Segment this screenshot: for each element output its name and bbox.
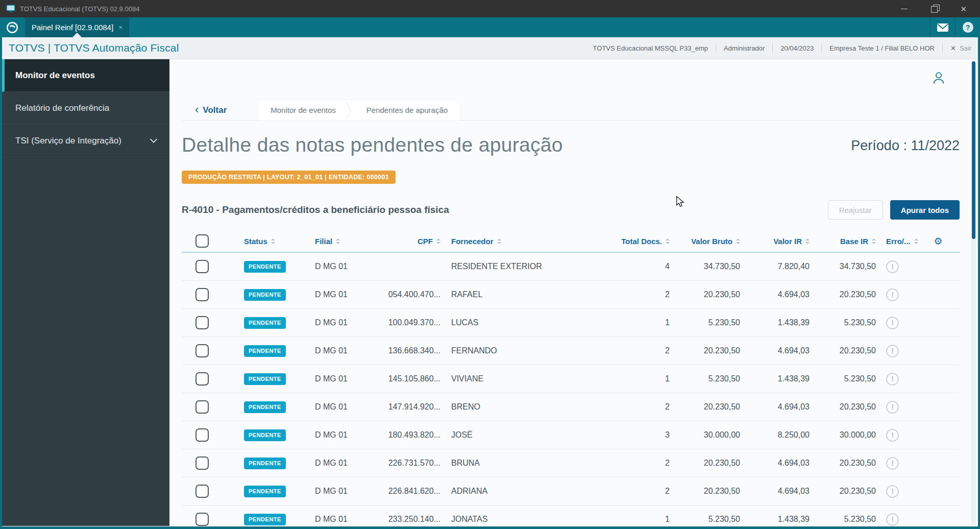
cell-filial: D MG 01 <box>303 421 386 449</box>
column-header-fornecedor[interactable]: Fornecedor <box>440 230 601 252</box>
table-row[interactable]: PENDENTE D MG 01 136.668.340... FERNANDO… <box>182 337 960 365</box>
sidebar-item-label: TSI (Serviço de Integração) <box>15 136 121 146</box>
mail-icon[interactable] <box>930 23 955 32</box>
column-header-status[interactable]: Status <box>227 230 303 252</box>
app-header: TOTVS | TOTVS Automação Fiscal TOTVS Edu… <box>2 37 978 59</box>
logout-label: Sair <box>960 44 971 52</box>
cell-fornecedor: BRUNA <box>440 449 601 477</box>
row-checkbox[interactable] <box>195 428 209 442</box>
table-row[interactable]: PENDENTE D MG 01 226.841.620... ADRIANA … <box>182 477 960 506</box>
person-icon[interactable] <box>931 70 946 88</box>
cell-filial: D MG 01 <box>303 477 386 505</box>
sort-icon <box>436 238 440 244</box>
close-window-button-icon[interactable]: ✕ <box>960 5 967 13</box>
error-icon[interactable]: ! <box>886 288 899 301</box>
cell-cpf: 100.049.370... <box>386 309 440 336</box>
sort-icon <box>336 238 340 244</box>
table-row[interactable]: PENDENTE D MG 01 100.049.370... LUCAS 1 … <box>182 309 960 337</box>
page-title: Detalhe das notas pendentes de apuração <box>182 134 563 156</box>
maximize-restore-button-icon[interactable] <box>931 6 937 12</box>
cell-valor-bruto: 20.230,50 <box>670 449 740 477</box>
cell-valor-bruto: 20.230,50 <box>670 393 740 421</box>
cell-cpf: 145.105.860... <box>386 365 440 393</box>
column-header-cpf[interactable]: CPF <box>386 230 440 252</box>
pending-notes-table: Status Filial CPF Fornecedor <box>182 230 960 526</box>
error-icon[interactable]: ! <box>886 457 899 470</box>
brand-title: TOTVS | TOTVS Automação Fiscal <box>9 42 179 54</box>
help-icon[interactable]: ? <box>955 22 980 33</box>
row-checkbox[interactable] <box>195 372 209 386</box>
error-icon[interactable]: ! <box>886 317 899 329</box>
cell-fornecedor: BRENO <box>440 393 601 421</box>
environment-badge: PRODUÇÃO RESTRITA | LAYOUT: 2_01_01 | EN… <box>182 171 396 184</box>
breadcrumb-item-pendentes-de-apuracao[interactable]: Pendentes de apuração <box>354 106 460 114</box>
cell-valor-ir: 7.820,40 <box>740 253 810 280</box>
error-icon[interactable]: ! <box>886 373 899 386</box>
error-icon[interactable]: ! <box>886 260 899 273</box>
row-checkbox[interactable] <box>195 288 209 301</box>
settings-gear-icon[interactable]: ⚙ <box>934 236 942 246</box>
row-checkbox[interactable] <box>195 456 209 470</box>
column-header-valor-ir[interactable]: Valor IR <box>740 230 810 252</box>
cell-cpf: 054.400.470... <box>386 281 440 308</box>
row-checkbox[interactable] <box>195 260 209 273</box>
error-icon[interactable]: ! <box>886 429 899 442</box>
scrollbar-thumb[interactable] <box>972 61 975 239</box>
row-checkbox[interactable] <box>195 344 209 357</box>
column-header-base-ir[interactable]: Base IR <box>810 230 876 252</box>
back-label: Voltar <box>203 105 227 115</box>
sort-icon <box>872 238 876 244</box>
status-badge: PENDENTE <box>244 261 286 273</box>
error-icon[interactable]: ! <box>886 401 899 414</box>
cell-base-ir: 5.230,50 <box>810 506 876 526</box>
table-row[interactable]: PENDENTE D MG 01 226.731.570... BRUNA 2 … <box>182 449 960 477</box>
column-header-valor-bruto[interactable]: Valor Bruto <box>670 230 740 252</box>
error-icon[interactable]: ! <box>886 485 899 498</box>
cell-base-ir: 5.230,50 <box>810 309 876 336</box>
sidebar-item-monitor-de-eventos[interactable]: Monitor de eventos <box>2 59 169 92</box>
environment-label: TOTVS Educacional MSSQL P33_emp <box>593 44 708 52</box>
reajustar-button[interactable]: Reajustar <box>828 200 883 220</box>
table-row[interactable]: PENDENTE D MG 01 147.914.920... BRENO 2 … <box>182 393 960 421</box>
window-title: TOTVS Educacional (TOTVS) 02.9.0084 <box>20 5 901 13</box>
breadcrumb-item-monitor-de-eventos[interactable]: Monitor de eventos <box>258 106 348 114</box>
minimize-button-icon[interactable] <box>901 9 908 9</box>
cell-filial: D MG 01 <box>303 253 386 280</box>
column-header-erro[interactable]: Erro/... <box>876 230 917 252</box>
row-checkbox[interactable] <box>195 400 209 414</box>
sidebar-item-tsi[interactable]: TSI (Serviço de Integração) <box>2 125 169 157</box>
table-row[interactable]: PENDENTE D MG 01 RESIDENTE EXTERIOR 4 34… <box>182 253 960 281</box>
cell-valor-bruto: 20.230,50 <box>670 337 740 365</box>
table-row[interactable]: PENDENTE D MG 01 233.250.140... JONATAS … <box>182 506 960 526</box>
logout-button[interactable]: ✕ Sair <box>950 44 971 52</box>
cell-valor-ir: 8.250,00 <box>740 421 810 449</box>
cell-base-ir: 5.230,50 <box>810 365 876 393</box>
table-row[interactable]: PENDENTE D MG 01 180.493.820... JOSÉ 3 3… <box>182 421 960 449</box>
tab-close-icon[interactable]: × <box>118 23 122 31</box>
apurar-todos-button[interactable]: Apurar todos <box>890 200 960 220</box>
window-bottom-border <box>0 526 980 529</box>
status-badge: PENDENTE <box>244 401 286 413</box>
cell-valor-bruto: 5.230,50 <box>670 365 740 393</box>
column-header-total-docs[interactable]: Total Docs. <box>601 230 670 252</box>
cell-total-docs: 2 <box>601 393 670 421</box>
status-badge: PENDENTE <box>244 458 286 469</box>
cell-base-ir: 30.000,00 <box>810 421 876 449</box>
error-icon[interactable]: ! <box>886 513 899 526</box>
error-icon[interactable]: ! <box>886 345 899 357</box>
cell-fornecedor: RAFAEL <box>440 281 601 308</box>
back-button[interactable]: ‹ Voltar <box>195 105 227 115</box>
sidebar-item-relatorio-de-conferencia[interactable]: Relatório de conferência <box>2 92 169 125</box>
sort-icon <box>497 238 501 244</box>
row-checkbox[interactable] <box>195 316 209 329</box>
tab-bar: Painel Reinf [02.9.0084] × ? <box>0 17 980 37</box>
table-row[interactable]: PENDENTE D MG 01 054.400.470... RAFAEL 2… <box>182 281 960 309</box>
select-all-checkbox[interactable] <box>195 234 209 248</box>
row-checkbox[interactable] <box>195 485 209 498</box>
tab-painel-reinf[interactable]: Painel Reinf [02.9.0084] × <box>25 17 129 37</box>
cell-base-ir: 20.230,50 <box>810 337 876 365</box>
cell-total-docs: 2 <box>601 477 670 505</box>
row-checkbox[interactable] <box>195 513 209 526</box>
column-header-filial[interactable]: Filial <box>303 230 386 252</box>
table-row[interactable]: PENDENTE D MG 01 145.105.860... VIVIANE … <box>182 365 960 393</box>
